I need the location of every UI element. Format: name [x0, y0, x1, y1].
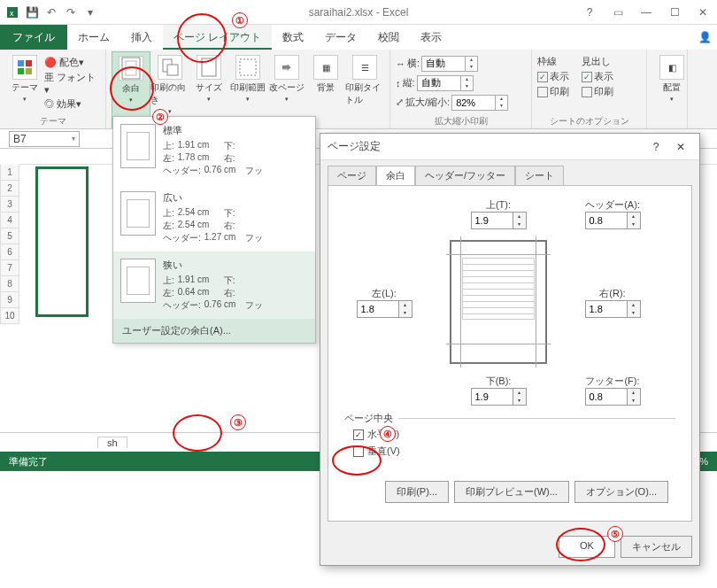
right-margin-label: 右(R):	[585, 287, 641, 300]
help-icon[interactable]: ?	[575, 2, 604, 23]
background-icon: ▦	[313, 55, 338, 80]
close-button[interactable]: ✕	[689, 2, 717, 23]
tab-file[interactable]: ファイル	[0, 25, 67, 50]
page-setup-dialog: ページ設定 ? ✕ ページ 余白 ヘッダー/フッター シート 上(T): ▴▾ …	[320, 133, 700, 566]
cancel-button[interactable]: キャンセル	[621, 536, 692, 558]
ok-button[interactable]: OK	[559, 536, 615, 558]
left-margin-spinner[interactable]: ▴▾	[357, 300, 412, 318]
svg-rect-3	[26, 60, 32, 66]
preset-preview-icon	[120, 259, 156, 303]
signin-icon[interactable]: 👤	[698, 31, 712, 43]
ribbon-tab-strip: ファイル ホーム 挿入 ページ レイアウト 数式 データ 校閲 表示 👤	[0, 25, 717, 50]
header-margin-label: ヘッダー(A):	[585, 198, 641, 212]
qat-more-icon[interactable]: ▾	[83, 5, 97, 19]
margin-preset-normal[interactable]: 標準 上:1.91 cm下: 左:1.78 cm右: ヘッダー:0.76 cm …	[113, 117, 315, 184]
undo-icon[interactable]: ↶	[44, 5, 58, 19]
orientation-icon	[158, 55, 182, 80]
tab-formulas[interactable]: 数式	[272, 25, 314, 50]
header-margin-spinner[interactable]: ▴▾	[585, 212, 641, 229]
print-button[interactable]: 印刷(P)...	[385, 481, 449, 503]
minimize-button[interactable]: —	[632, 2, 660, 23]
top-margin-spinner[interactable]: ▴▾	[471, 212, 527, 229]
excel-icon: x	[5, 5, 19, 19]
center-legend: ページ中央	[344, 412, 398, 425]
options-button[interactable]: オプション(O)...	[574, 481, 668, 503]
margin-preset-wide[interactable]: 広い 上:2.54 cm下: 左:2.54 cm右: ヘッダー:1.27 cm …	[113, 184, 315, 251]
effects-button[interactable]: ◎ 効果▾	[44, 97, 100, 111]
quick-access-toolbar: x 💾 ↶ ↷ ▾	[0, 5, 97, 19]
scale-spinner[interactable]: ▴▾	[451, 95, 508, 111]
svg-rect-11	[240, 59, 256, 75]
dialog-close-button[interactable]: ✕	[669, 141, 692, 153]
name-box[interactable]: B7▾	[9, 131, 80, 147]
headings-print-checkbox[interactable]: 印刷	[582, 85, 613, 98]
tab-home[interactable]: ホーム	[67, 25, 120, 50]
group-scale-title: 拡大縮小印刷	[396, 114, 526, 128]
arrange-button[interactable]: ◧ 配置▾	[652, 51, 691, 103]
row-headers[interactable]: 12345678910	[0, 165, 19, 324]
left-margin-label: 左(L):	[357, 287, 412, 300]
save-icon[interactable]: 💾	[25, 5, 39, 19]
tab-data[interactable]: データ	[314, 25, 367, 50]
size-icon	[197, 55, 221, 80]
selection-box	[35, 166, 89, 317]
themes-icon	[12, 55, 37, 80]
width-icon: ↔	[396, 58, 405, 69]
status-text: 準備完了	[9, 455, 48, 468]
maximize-button[interactable]: ☐	[660, 2, 689, 23]
svg-text:x: x	[10, 9, 14, 18]
gridlines-print-checkbox[interactable]: 印刷	[537, 85, 569, 98]
gridlines-view-checkbox[interactable]: 表示	[537, 70, 569, 83]
svg-rect-2	[18, 60, 24, 66]
fonts-button[interactable]: 亜 フォント▾	[44, 71, 100, 96]
svg-rect-4	[18, 68, 24, 74]
custom-margins-item[interactable]: ユーザー設定の余白(A)...	[113, 319, 315, 343]
margins-icon	[119, 56, 143, 81]
colors-button[interactable]: 🔴 配色▾	[44, 56, 100, 69]
width-select[interactable]: ▴▾	[421, 56, 478, 72]
ribbon-body: テーマ▾ 🔴 配色▾ 亜 フォント▾ ◎ 効果▾ テーマ 余白▾ 印刷の向き▾ …	[0, 50, 717, 129]
ribbon-display-icon[interactable]: ▭	[604, 2, 632, 23]
height-select[interactable]: ▴▾	[417, 75, 474, 91]
window-title: saraihai2.xlsx - Excel	[309, 6, 409, 19]
center-horizontal-checkbox[interactable]: 水平(Z)	[353, 428, 675, 441]
title-bar: x 💾 ↶ ↷ ▾ saraihai2.xlsx - Excel ? ▭ — ☐…	[0, 0, 717, 25]
svg-rect-9	[167, 65, 178, 75]
preset-preview-icon	[120, 124, 156, 168]
print-titles-button[interactable]: ☰ 印刷タイトル	[345, 51, 384, 128]
headings-view-checkbox[interactable]: 表示	[582, 70, 613, 83]
tab-view[interactable]: 表示	[410, 25, 452, 50]
gridlines-label: 枠線	[537, 55, 569, 68]
tab-page-layout[interactable]: ページ レイアウト	[163, 25, 272, 50]
margins-dropdown: 標準 上:1.91 cm下: 左:1.78 cm右: ヘッダー:0.76 cm …	[112, 116, 316, 344]
svg-rect-10	[202, 58, 216, 76]
dialog-help-button[interactable]: ?	[644, 141, 667, 153]
headings-label: 見出し	[582, 55, 613, 68]
bottom-margin-spinner[interactable]: ▴▾	[471, 388, 527, 406]
dialog-tab-sheet[interactable]: シート	[515, 166, 564, 185]
print-preview-button[interactable]: 印刷プレビュー(W)...	[454, 481, 569, 503]
dialog-tab-page[interactable]: ページ	[328, 166, 376, 185]
svg-rect-5	[26, 68, 32, 74]
margin-preset-narrow[interactable]: 狭い 上:1.91 cm下: 左:0.64 cm右: ヘッダー:0.76 cm …	[113, 251, 315, 319]
bottom-margin-label: 下(B):	[471, 375, 527, 388]
footer-margin-label: フッター(F):	[585, 375, 641, 388]
dialog-tabs: ページ 余白 ヘッダー/フッター シート	[320, 160, 699, 185]
dialog-tab-headerfooter[interactable]: ヘッダー/フッター	[415, 166, 515, 185]
tab-review[interactable]: 校閲	[367, 25, 410, 50]
height-icon: ↕	[396, 78, 401, 89]
preset-preview-icon	[120, 191, 156, 236]
themes-button[interactable]: テーマ▾	[5, 51, 44, 114]
redo-icon[interactable]: ↷	[64, 5, 78, 19]
tab-insert[interactable]: 挿入	[120, 25, 163, 50]
scale-icon: ⤢	[396, 97, 404, 108]
group-themes-title: テーマ	[5, 114, 100, 128]
print-titles-icon: ☰	[352, 55, 377, 80]
right-margin-spinner[interactable]: ▴▾	[585, 300, 641, 318]
sheet-tab[interactable]: sh	[97, 437, 127, 448]
center-vertical-checkbox[interactable]: 垂直(V)	[353, 445, 675, 458]
arrange-icon: ◧	[659, 55, 684, 80]
print-area-icon	[235, 55, 260, 80]
dialog-tab-margins[interactable]: 余白	[376, 166, 415, 185]
footer-margin-spinner[interactable]: ▴▾	[585, 388, 641, 406]
